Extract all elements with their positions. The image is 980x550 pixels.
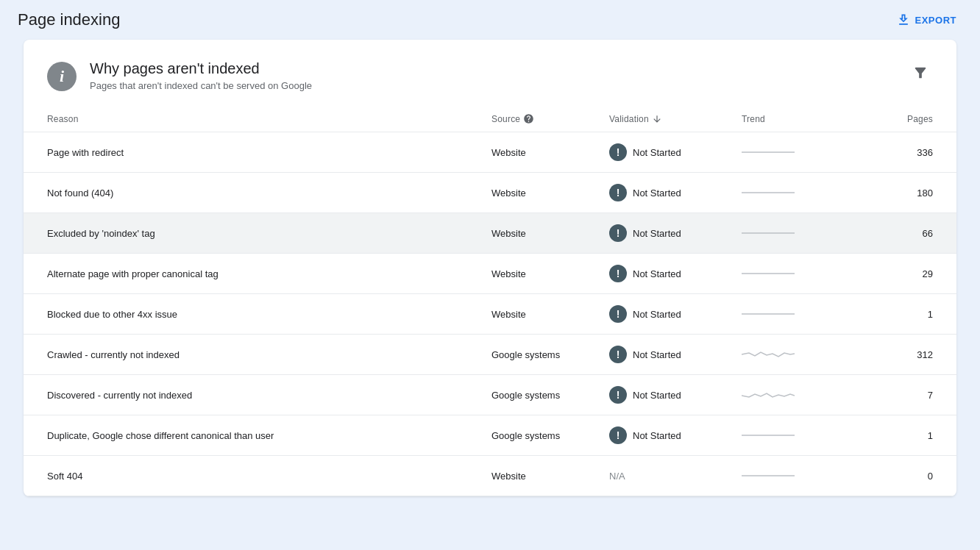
warning-dot: ! — [609, 265, 627, 282]
cell-trend — [742, 257, 859, 290]
cell-trend — [742, 136, 859, 168]
cell-reason: Page with redirect — [47, 140, 491, 165]
cell-trend — [742, 338, 859, 371]
cell-trend — [742, 176, 859, 209]
cell-pages: 336 — [859, 140, 933, 165]
filter-button[interactable] — [908, 60, 933, 85]
validation-label: Not Started — [633, 309, 681, 320]
card-header-left: i Why pages aren't indexed Pages that ar… — [47, 60, 312, 91]
cell-trend — [742, 298, 859, 330]
column-trend: Trend — [742, 106, 859, 132]
indexing-card: i Why pages aren't indexed Pages that ar… — [24, 40, 956, 496]
validation-cell: ! Not Started — [609, 257, 742, 290]
sort-icon — [652, 114, 662, 124]
cell-trend — [742, 419, 859, 451]
cell-reason: Not found (404) — [47, 180, 491, 206]
cell-trend — [742, 217, 859, 249]
cell-reason: Blocked due to other 4xx issue — [47, 301, 491, 327]
validation-cell: ! Not Started — [609, 176, 742, 209]
validation-label: Not Started — [633, 147, 681, 158]
cell-pages: 66 — [859, 221, 933, 246]
export-button[interactable]: EXPORT — [896, 12, 956, 27]
table-row[interactable]: Not found (404) Website ! Not Started 18… — [24, 173, 956, 213]
warning-dot: ! — [609, 386, 627, 404]
cell-source: Website — [491, 261, 609, 287]
cell-pages: 1 — [859, 301, 933, 327]
cell-pages: 1 — [859, 423, 933, 449]
validation-cell: ! Not Started — [609, 217, 742, 249]
cell-source: Google systems — [491, 382, 609, 408]
validation-cell: N/A — [609, 463, 742, 489]
validation-label: Not Started — [633, 390, 681, 401]
validation-label: Not Started — [633, 430, 681, 441]
validation-cell: ! Not Started — [609, 419, 742, 451]
help-icon — [523, 113, 534, 124]
cell-pages: 7 — [859, 382, 933, 408]
warning-dot: ! — [609, 346, 627, 363]
table-row[interactable]: Duplicate, Google chose different canoni… — [24, 415, 956, 456]
warning-dot: ! — [609, 184, 627, 201]
validation-cell: ! Not Started — [609, 136, 742, 168]
cell-reason: Duplicate, Google chose different canoni… — [47, 423, 491, 449]
cell-trend — [742, 379, 859, 411]
cell-reason: Alternate page with proper canonical tag — [47, 261, 491, 287]
filter-icon — [912, 65, 928, 81]
column-source: Source — [491, 106, 609, 132]
cell-pages: 312 — [859, 342, 933, 368]
validation-cell: ! Not Started — [609, 338, 742, 371]
column-validation[interactable]: Validation — [609, 106, 742, 132]
cell-reason: Discovered - currently not indexed — [47, 382, 491, 408]
cell-pages: 180 — [859, 180, 933, 206]
cell-pages: 0 — [859, 463, 933, 489]
table: Reason Source Validation Trend Pages — [24, 106, 956, 496]
card-title-group: Why pages aren't indexed Pages that aren… — [90, 60, 312, 91]
cell-source: Google systems — [491, 342, 609, 368]
table-row[interactable]: Blocked due to other 4xx issue Website !… — [24, 294, 956, 335]
table-row[interactable]: Discovered - currently not indexed Googl… — [24, 375, 956, 415]
validation-cell: ! Not Started — [609, 298, 742, 330]
validation-label: Not Started — [633, 349, 681, 360]
page-title: Page indexing — [18, 10, 120, 29]
cell-source: Website — [491, 221, 609, 246]
validation-label: Not Started — [633, 228, 681, 239]
validation-label: Not Started — [633, 188, 681, 199]
table-row[interactable]: Excluded by 'noindex' tag Website ! Not … — [24, 213, 956, 254]
table-row[interactable]: Crawled - currently not indexed Google s… — [24, 335, 956, 375]
page-header: Page indexing EXPORT — [0, 0, 980, 40]
info-icon: i — [47, 62, 77, 91]
card-title: Why pages aren't indexed — [90, 60, 312, 77]
warning-dot: ! — [609, 426, 627, 444]
cell-source: Google systems — [491, 423, 609, 449]
export-icon — [896, 12, 911, 27]
na-label: N/A — [609, 471, 625, 482]
warning-dot: ! — [609, 143, 627, 161]
table-header: Reason Source Validation Trend Pages — [24, 106, 956, 132]
card-subtitle: Pages that aren't indexed can't be serve… — [90, 80, 312, 91]
column-pages: Pages — [859, 106, 933, 132]
cell-reason: Crawled - currently not indexed — [47, 342, 491, 368]
table-row[interactable]: Page with redirect Website ! Not Started… — [24, 132, 956, 173]
warning-dot: ! — [609, 224, 627, 242]
cell-source: Website — [491, 140, 609, 165]
table-row[interactable]: Soft 404 Website N/A 0 — [24, 456, 956, 496]
table-body: Page with redirect Website ! Not Started… — [24, 132, 956, 496]
cell-reason: Soft 404 — [47, 463, 491, 489]
validation-label: Not Started — [633, 268, 681, 279]
warning-dot: ! — [609, 305, 627, 323]
cell-source: Website — [491, 463, 609, 489]
column-reason: Reason — [47, 106, 491, 132]
cell-reason: Excluded by 'noindex' tag — [47, 221, 491, 246]
cell-pages: 29 — [859, 261, 933, 287]
card-header: i Why pages aren't indexed Pages that ar… — [24, 40, 956, 106]
validation-cell: ! Not Started — [609, 379, 742, 411]
table-row[interactable]: Alternate page with proper canonical tag… — [24, 254, 956, 294]
cell-trend — [742, 460, 859, 492]
cell-source: Website — [491, 180, 609, 206]
cell-source: Website — [491, 301, 609, 327]
